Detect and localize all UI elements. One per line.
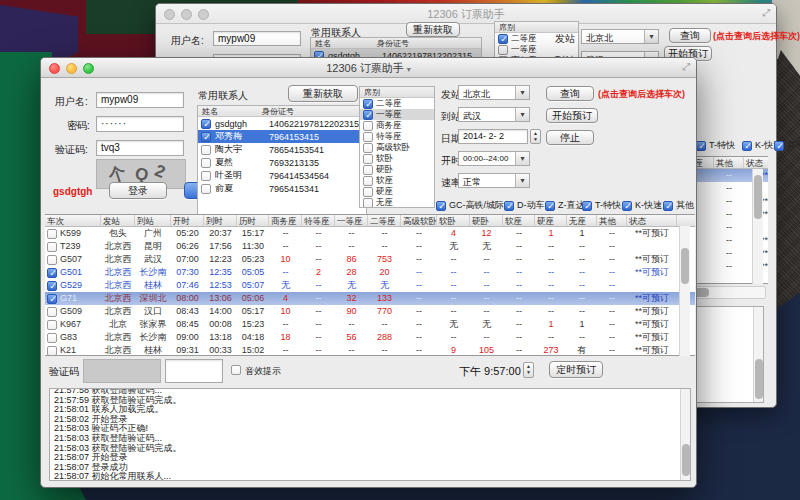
front-window[interactable]: 12306 订票助手▾ ⤢ 用户名: mypw09 密码: ······ 验证码… [40, 57, 697, 488]
seat-row[interactable]: 软卧 [360, 153, 434, 164]
seat-checkbox[interactable] [363, 187, 373, 197]
column-header[interactable]: 一等座 [335, 215, 368, 226]
contact-checkbox[interactable] [201, 132, 211, 142]
resize-grip-icon[interactable]: ⤢ [682, 61, 690, 73]
contact-row[interactable]: 夏然7693213135 [198, 156, 366, 169]
bottom-captcha-image[interactable] [83, 359, 161, 383]
speed-select[interactable]: 正常 [458, 173, 530, 188]
seat-row[interactable]: 高级软卧 [360, 142, 434, 153]
back-titlebar[interactable]: 12306 订票助手 ⤢ [156, 4, 776, 24]
bottom-captcha-input[interactable] [165, 359, 223, 383]
col-id[interactable]: 身份证号 [262, 106, 294, 116]
contact-checkbox[interactable] [201, 158, 211, 168]
back-refresh-button[interactable]: 重新获取 [406, 22, 460, 37]
seat-row[interactable]: 二等座 [360, 98, 434, 109]
column-header[interactable]: 硬座 [535, 215, 567, 226]
resize-grip-icon[interactable]: ⤢ [762, 7, 770, 19]
train-type-checkbox[interactable] [436, 201, 446, 211]
train-type-4[interactable]: T-特快 [582, 199, 621, 212]
train-row[interactable]: K967北京张家界08:4500:0815:23----------无无--11… [45, 318, 695, 331]
refresh-contacts-button[interactable]: 重新获取 [288, 85, 358, 102]
captcha-input[interactable]: tvq3 [96, 140, 184, 156]
column-header[interactable]: 软卧 [437, 215, 470, 226]
train-row[interactable]: G507北京西武汉07:0012:2305:2310--86753-------… [45, 253, 695, 266]
log-scrollbar[interactable] [680, 389, 691, 481]
timer-book-button[interactable]: 定时预订 [549, 361, 603, 378]
column-header[interactable]: 无座 [567, 215, 597, 226]
train-type-5[interactable]: K-快速 [622, 199, 662, 212]
contact-checkbox[interactable] [201, 119, 211, 129]
seat-checkbox[interactable] [363, 99, 373, 109]
seat-row[interactable]: 无座 [360, 197, 434, 208]
column-header[interactable]: 到时 [204, 215, 237, 226]
seat-checkbox[interactable] [363, 154, 373, 164]
train-type-checkbox[interactable] [696, 141, 706, 151]
seat-row[interactable]: 特等座 [360, 131, 434, 142]
train-row[interactable]: G509北京西汉口08:4314:0005:1710--90770-------… [45, 305, 695, 318]
seat-row[interactable]: 硬卧 [360, 164, 434, 175]
train-type-checkbox[interactable] [545, 201, 555, 211]
train-type-checkbox[interactable] [663, 201, 673, 211]
timer-time[interactable]: 下午 9:57:00 [459, 364, 521, 379]
seat-row[interactable]: 硬座 [360, 186, 434, 197]
query-button[interactable]: 查询 [546, 86, 594, 101]
row-checkbox[interactable] [47, 333, 57, 343]
date-stepper[interactable]: ▲▼ [530, 129, 541, 144]
row-checkbox[interactable] [47, 320, 57, 330]
seat-checkbox[interactable] [498, 34, 508, 44]
train-row[interactable]: T239北京西昆明06:2617:5611:30----------无无----… [45, 240, 695, 253]
zoom-icon[interactable] [198, 9, 209, 20]
train-type-1[interactable]: GC-高铁/城际 [436, 199, 504, 212]
train-type-checkbox[interactable] [582, 201, 592, 211]
column-header[interactable]: 车次 [45, 215, 101, 226]
column-header[interactable]: 开时 [171, 215, 204, 226]
column-header[interactable]: 商务座 [269, 215, 302, 226]
train-type-3[interactable]: Z-直达 [545, 199, 585, 212]
contact-row[interactable]: 陶大宇78654153541 [198, 143, 366, 156]
row-checkbox[interactable] [47, 242, 57, 252]
contact-row[interactable]: 俞夏7965415341 [198, 182, 366, 195]
row-checkbox[interactable] [47, 294, 57, 304]
contact-checkbox[interactable] [201, 145, 211, 155]
row-checkbox[interactable] [47, 255, 57, 265]
column-header[interactable]: 高级软卧 [401, 215, 437, 226]
column-header[interactable]: 特等座 [302, 215, 335, 226]
train-row[interactable]: K599包头广州05:2020:3715:17----------412--11… [45, 227, 695, 240]
back-username-input[interactable]: mypw09 [213, 31, 301, 46]
column-header[interactable]: 其他 [714, 157, 744, 168]
train-type-6[interactable]: 其他 [663, 199, 694, 212]
column-header[interactable]: 其他 [597, 215, 627, 226]
row-checkbox[interactable] [47, 346, 57, 356]
row-checkbox[interactable] [47, 307, 57, 317]
from-select[interactable]: 北京北 [458, 85, 530, 100]
zoom-icon[interactable] [83, 63, 94, 74]
front-titlebar[interactable]: 12306 订票助手▾ ⤢ [41, 58, 696, 78]
close-icon[interactable] [164, 9, 175, 20]
column-header[interactable]: 发站 [101, 215, 135, 226]
close-icon[interactable] [49, 63, 60, 74]
back-log-scrollbar[interactable] [753, 307, 764, 403]
seat-checkbox[interactable] [363, 143, 373, 153]
column-header[interactable]: 到站 [135, 215, 171, 226]
column-header[interactable]: 状态 [627, 215, 677, 226]
train-type-checkbox[interactable] [504, 201, 514, 211]
back-query-button[interactable]: 查询 [669, 28, 711, 43]
password-input[interactable]: ······ [96, 116, 184, 132]
train-row[interactable]: K21北京西桂林09:3100:3315:02----------9105--2… [45, 344, 695, 356]
seat-checkbox[interactable] [363, 110, 373, 120]
train-type-4[interactable]: T-特快 [696, 139, 735, 152]
book-button[interactable]: 开始预订 [546, 108, 598, 123]
contact-row[interactable]: 叶圣明796414534564 [198, 169, 366, 182]
back-col-name[interactable]: 姓名 [311, 38, 377, 48]
train-row[interactable]: G501北京西长沙南07:3012:3505:05--22820--------… [45, 266, 695, 279]
log-area[interactable]: 21:57:58 获取登陆验证码...21:57:59 获取登陆验证码完成。21… [49, 388, 691, 481]
date-input[interactable]: 2014- 2- 2 [458, 129, 528, 144]
table-scrollbar[interactable] [679, 226, 690, 356]
username-input[interactable]: mypw09 [96, 92, 184, 108]
sound-checkbox[interactable] [231, 365, 241, 375]
depart-time-select[interactable]: 00:00--24:00 [458, 151, 530, 166]
minimize-icon[interactable] [66, 63, 77, 74]
seat-row[interactable]: 软座 [360, 175, 434, 186]
seat-row[interactable]: 一等座 [360, 109, 434, 120]
contact-checkbox[interactable] [201, 171, 211, 181]
